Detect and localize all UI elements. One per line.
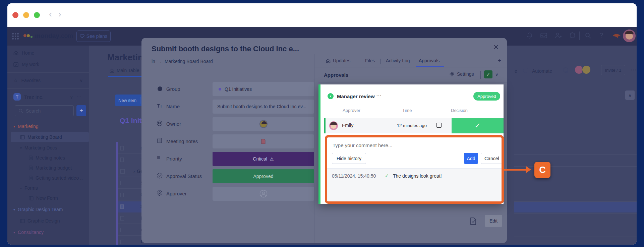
sidebar-item-marketing-budget[interactable]: Marketing budget [11,164,86,172]
approval-status-icon [157,173,163,179]
invite-button[interactable]: Invite / 1 [601,65,625,75]
search-icon[interactable] [585,32,591,39]
screenshot-root: ‹ › monday.com [0,0,644,247]
help-icon[interactable]: ? [599,32,603,39]
new-item-label: New item [115,98,140,103]
approval-type-checkbox[interactable]: ✓ [484,70,492,78]
sidebar-item-label: Marketing budget [36,165,72,171]
field-value-approval-status[interactable]: Approved [213,169,314,183]
annotation-arrow-head [526,166,531,173]
breadcrumb-board[interactable]: Marketing Board Board [165,59,213,64]
sidebar-item-new-form[interactable]: New Form [11,194,86,202]
row-checkbox[interactable] [120,228,124,232]
traffic-light-minimize[interactable] [23,12,29,18]
priority-icon: ≡ [157,155,160,161]
sidebar-add-button[interactable]: + [76,105,86,116]
decision-cell[interactable]: ✓ [452,118,504,133]
apps-grid-icon[interactable] [12,33,19,40]
settings-label: Settings [457,71,474,77]
tab-main-table[interactable]: Main Table [110,68,139,73]
row-checkbox[interactable] [120,240,124,244]
cancel-button[interactable]: Cancel [481,153,503,164]
review-menu-icon[interactable]: ⋯ [376,92,382,99]
member-avatar[interactable] [582,65,591,74]
field-value-name[interactable]: Submit booth designs to the Cloud Inc ev… [213,100,314,114]
chevron-down-icon[interactable]: ∨ [495,72,499,77]
nav-back-icon[interactable]: ‹ [49,9,52,19]
sidebar-item-graphic-design[interactable]: Graphic Design [11,217,86,225]
traffic-light-zoom[interactable] [34,12,40,18]
row-checkbox[interactable] [120,181,124,185]
approval-review-card: ▾ Manager review ⋯ Approved Approver Tim… [318,84,504,204]
traffic-light-close[interactable] [12,12,18,18]
integrate-label-clipped[interactable]: e [515,68,517,74]
invite-members-icon[interactable] [554,32,562,39]
scroll-up-button[interactable]: ∧ [625,90,635,100]
comment-highlight-box: Hide history Add Cancel 05/11/2024, 15:4… [325,135,504,204]
row-checkbox[interactable] [120,216,124,221]
annotation-arrow-line [504,169,526,171]
approver-row[interactable]: Emily 12 minutes ago ✓ [324,118,504,133]
sidebar-item-meeting-notes[interactable]: Meeting notes [11,153,86,162]
field-row-approval-status: Approval Status Approved [152,169,314,183]
sidebar-item-graphic-design-team[interactable]: ▾ Graphic Design Team [11,205,86,214]
field-value-priority[interactable]: Critical ⚠ [213,152,314,166]
field-value-owner[interactable] [213,117,314,131]
close-icon[interactable]: × [493,43,499,51]
tab-approvals[interactable]: Approvals [419,58,440,63]
sidebar-item-home[interactable]: Home [11,48,86,58]
breadcrumb[interactable]: in → Marketing Board Board [152,59,213,64]
add-tab-button[interactable]: + [498,57,501,64]
comment-input[interactable] [332,140,493,150]
sidebar-item-forms[interactable]: ▾ Forms [11,184,86,192]
workspace-row[interactable]: T Trez Inc. ∨ ⋯ [11,92,86,102]
workspace-menu-icon[interactable]: ⋯ [76,94,81,100]
tab-updates[interactable]: Updates [326,58,350,63]
approvals-settings[interactable]: Settings [449,71,474,77]
comment-bubble-icon[interactable] [436,123,442,128]
see-plans-button[interactable]: See plans [76,30,111,42]
sidebar-item-consultancy[interactable]: ▾ Consultancy [11,228,86,237]
home-icon [110,68,114,73]
sidebar-item-label: Consultancy [18,230,44,235]
notes-icon [157,138,162,143]
sidebar-item-my-work[interactable]: My work [11,60,86,69]
item-doc-icon[interactable] [470,218,476,225]
board-icon [29,196,34,200]
col-header-approver: Approver [343,108,360,113]
apps-marketplace-icon[interactable] [569,32,576,39]
monday-logo-icon[interactable] [23,34,34,39]
owner-avatar [259,120,268,128]
hide-history-button[interactable]: Hide history [332,153,366,164]
row-checkbox[interactable] [120,169,125,174]
sidebar-item-marketing[interactable]: ▾ Marketing [11,122,86,131]
monday-logo-text[interactable]: monday.com [35,32,73,40]
tab-activity-log[interactable]: Activity Log [386,58,410,63]
field-value-group[interactable]: Q1 Initiatives [213,82,314,96]
field-value-approver[interactable] [213,187,314,201]
row-checkbox[interactable] [120,204,124,209]
automate-button[interactable]: Automate [532,68,552,74]
sidebar-item-getting-started-video[interactable]: Getting started video .. [11,174,86,182]
user-avatar[interactable] [623,29,636,42]
inbox-icon[interactable] [540,33,547,39]
sidebar-search-input[interactable]: Search [15,105,74,116]
chat-icon[interactable] [562,67,569,74]
expand-icon[interactable]: › [133,169,135,174]
row-checkbox[interactable] [120,158,124,162]
chevron-down-icon[interactable]: ∨ [70,95,73,99]
nav-forward-icon[interactable]: › [58,9,61,19]
tab-files[interactable]: Files [365,58,375,63]
field-row-meeting-notes: Meeting notes [152,134,314,148]
notifications-bell-icon[interactable] [526,32,533,39]
board-more-icon[interactable]: ⋯ [631,66,636,73]
row-checkbox[interactable] [120,146,124,150]
sidebar-item-marketing-board[interactable]: Marketing Board [11,132,89,142]
review-collapse-icon[interactable]: ▾ [328,93,334,99]
sidebar-item-marketing-docs[interactable]: ▾ Marketing Docs [11,143,86,152]
row-checkbox[interactable] [120,193,124,197]
sidebar-item-favorites[interactable]: ☆ Favorites ∨ [11,76,86,85]
edit-button[interactable]: Edit [485,215,502,227]
add-button[interactable]: Add [464,153,478,164]
field-value-meeting-notes[interactable] [213,134,314,148]
